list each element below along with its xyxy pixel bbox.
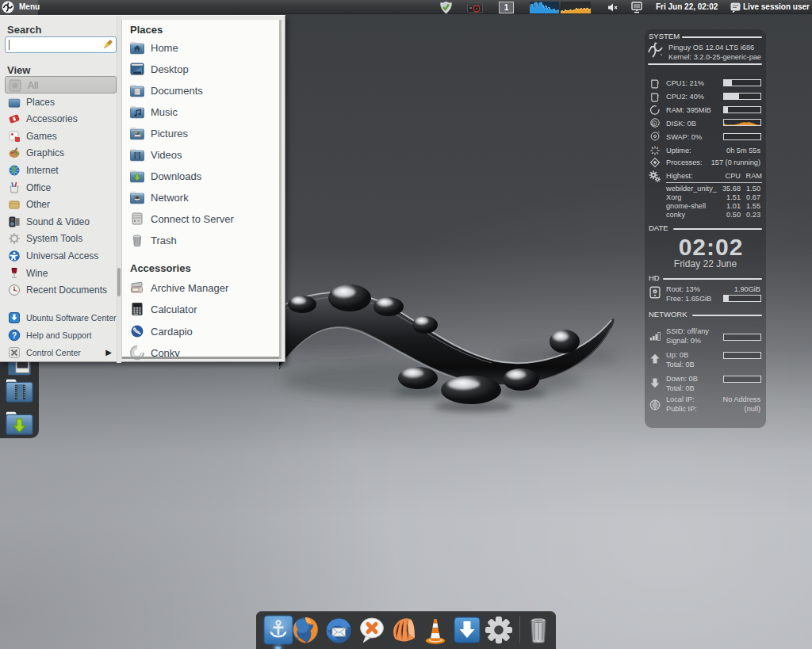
svg-text:?: ? [12,331,17,340]
